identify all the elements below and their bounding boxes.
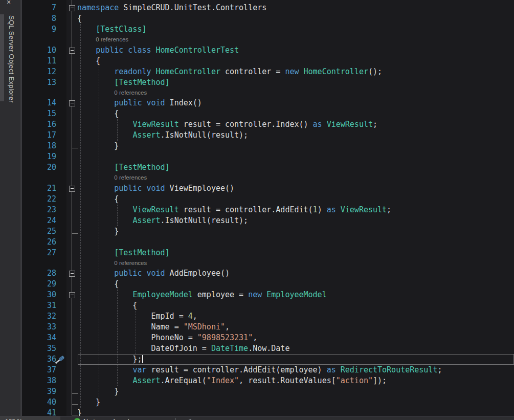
code-line[interactable]: ViewResult result = controller.Index() a… <box>77 119 377 130</box>
code-line[interactable]: DateOfJoin = DateTime.Now.Date <box>77 343 289 354</box>
code-line[interactable]: [TestMethod] <box>77 77 170 88</box>
code-token: .AreEqual( <box>161 376 207 385</box>
code-line[interactable]: [TestMethod] <box>77 162 170 173</box>
code-token <box>77 290 132 299</box>
line-number: 15 <box>21 108 56 119</box>
line-number: 8 <box>21 13 56 24</box>
code-line[interactable]: Assert.AreEqual("Index", result.RouteVal… <box>77 375 387 386</box>
code-line[interactable]: Name = "MSDhoni", <box>77 322 230 333</box>
code-token: EmployeeModel <box>132 290 192 299</box>
code-token: "Index" <box>207 376 239 385</box>
code-token: "action" <box>336 376 373 385</box>
indent-guide <box>117 205 118 226</box>
code-line[interactable]: } <box>77 141 119 151</box>
collapse-toggle-icon[interactable] <box>69 186 75 192</box>
code-line[interactable]: { <box>77 194 119 205</box>
code-token: employee = <box>193 290 248 299</box>
code-line[interactable]: EmpId = 4, <box>77 311 197 322</box>
line-number: 37 <box>21 365 56 375</box>
document-health-status[interactable]: No issues found <box>83 418 129 420</box>
code-token: RedirectToRouteResult <box>341 365 438 374</box>
health-check-icon[interactable]: ✓ <box>74 418 80 420</box>
current-line-highlight <box>78 354 514 365</box>
codelens-references[interactable]: 0 references <box>114 88 147 98</box>
zoom-level-control[interactable]: 100 % <box>0 416 60 420</box>
code-token: { <box>77 301 137 310</box>
code-token: , result.RouteValues[ <box>239 376 336 385</box>
code-token: [TestMethod] <box>114 163 169 172</box>
code-line[interactable]: var result = controller.AddEdit(employee… <box>77 365 442 375</box>
code-token: DateTime <box>211 344 248 353</box>
code-line[interactable]: public void AddEmployee() <box>77 268 230 279</box>
line-number: 40 <box>21 397 56 408</box>
code-line[interactable]: readonly HomeController controller = new… <box>77 67 382 77</box>
line-number: 16 <box>21 119 56 130</box>
code-token <box>336 365 341 374</box>
code-line[interactable]: namespace SimpleCRUD.UnitTest.Controller… <box>77 3 266 13</box>
line-number: 30 <box>21 290 56 300</box>
outline-region-end <box>72 404 78 405</box>
code-token <box>77 120 132 129</box>
code-token <box>77 376 132 385</box>
line-number: 24 <box>21 215 56 226</box>
code-line[interactable]: [TestClass] <box>77 24 146 35</box>
code-line[interactable]: EmployeeModel employee = new EmployeeMod… <box>77 290 327 300</box>
outline-region-end <box>72 148 78 148</box>
collapse-toggle-icon[interactable] <box>69 271 75 277</box>
code-line[interactable]: } <box>77 226 119 237</box>
code-line[interactable]: public class HomeControllerTest <box>77 45 239 56</box>
code-token: ) <box>318 205 327 214</box>
quick-actions-screwdriver-icon[interactable] <box>54 355 65 365</box>
code-line[interactable]: public void ViewEmployee() <box>77 183 234 194</box>
code-token: "9898523231" <box>197 333 253 342</box>
line-number: 31 <box>21 300 56 311</box>
code-token: void <box>146 269 165 278</box>
code-token: [TestMethod] <box>114 78 169 87</box>
code-line[interactable]: Assert.IsNotNull(result); <box>77 130 248 141</box>
code-token: public <box>96 46 123 55</box>
code-line[interactable]: { <box>77 300 137 311</box>
code-line[interactable]: public void Index() <box>77 98 202 108</box>
code-line[interactable]: { <box>77 108 119 119</box>
code-line[interactable]: ViewResult result = controller.AddEdit(1… <box>77 205 391 215</box>
code-token: HomeController <box>304 67 368 76</box>
status-divider <box>175 418 176 420</box>
code-line[interactable]: Assert.IsNotNull(result); <box>77 215 248 226</box>
line-number: 21 <box>21 183 56 194</box>
line-number: 39 <box>21 386 56 397</box>
indent-guide <box>99 67 99 397</box>
collapse-toggle-icon[interactable] <box>69 100 75 106</box>
code-token: ; <box>437 365 442 374</box>
codelens-references[interactable]: 0 references <box>96 35 128 45</box>
code-line[interactable]: } <box>77 386 119 397</box>
codelens-references[interactable]: 0 references <box>114 258 147 269</box>
code-token <box>77 365 132 374</box>
line-number: 28 <box>21 268 56 279</box>
code-token <box>151 67 156 76</box>
line-number: 38 <box>21 375 56 386</box>
code-cleanup-broom-icon[interactable] <box>184 417 192 420</box>
code-token: ViewResult <box>341 205 387 214</box>
collapse-toggle-icon[interactable] <box>69 292 75 298</box>
code-line[interactable]: { <box>77 13 82 24</box>
code-token: as <box>313 120 322 129</box>
line-number: 29 <box>21 279 56 290</box>
code-editor[interactable]: 7namespace SimpleCRUD.UnitTest.Controlle… <box>0 0 514 416</box>
codelens-references[interactable]: 0 references <box>114 173 147 183</box>
code-token: Assert <box>132 216 160 225</box>
line-number: 11 <box>21 56 56 67</box>
collapse-toggle-icon[interactable] <box>69 5 75 11</box>
code-token: readonly <box>114 67 151 76</box>
code-token: public <box>114 98 142 107</box>
collapse-toggle-icon[interactable] <box>69 48 75 54</box>
code-token: HomeControllerTest <box>156 46 239 55</box>
code-token: ViewResult <box>132 120 178 129</box>
code-line[interactable]: { <box>77 279 119 290</box>
code-token <box>123 46 128 55</box>
code-line[interactable]: [TestMethod] <box>77 248 170 258</box>
line-number: 17 <box>21 130 56 141</box>
code-token: result = controller.AddEdit(employee) <box>146 365 326 374</box>
code-line[interactable]: PhoneNo = "9898523231", <box>77 333 257 343</box>
code-token <box>77 248 114 257</box>
code-token: as <box>327 205 336 214</box>
